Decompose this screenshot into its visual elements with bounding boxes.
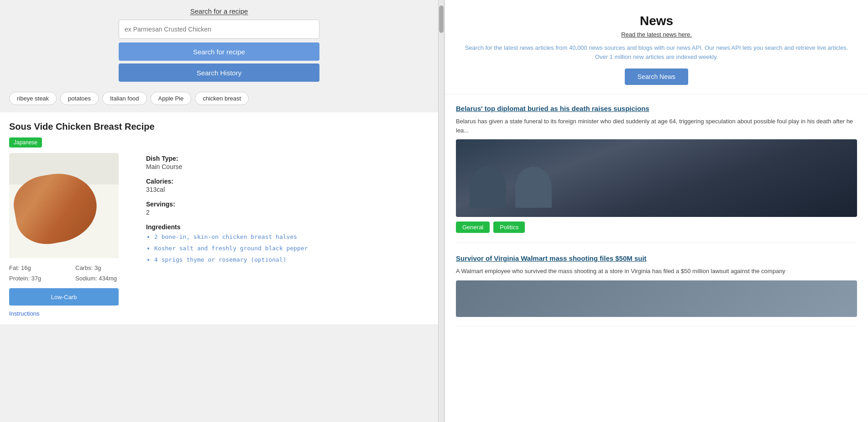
scroll-divider[interactable] <box>438 0 444 422</box>
tag-italian-food[interactable]: Italian food <box>102 92 147 105</box>
scroll-thumb[interactable] <box>439 5 444 33</box>
news-article-1: Belarus' top diplomat buried as his deat… <box>456 104 857 243</box>
article-2-excerpt: A Walmart employee who survived the mass… <box>456 267 857 276</box>
quick-tags-container: ribeye steak potatoes Italian food Apple… <box>0 87 438 112</box>
low-carb-button[interactable]: Low-Carb <box>9 288 119 306</box>
article-2-image <box>456 280 857 317</box>
tag-general[interactable]: General <box>456 222 490 233</box>
search-history-button[interactable]: Search History <box>119 63 319 82</box>
instructions-link[interactable]: Instructions <box>9 310 132 317</box>
recipe-title: Sous Vide Chicken Breast Recipe <box>9 121 429 132</box>
ingredients-label: Ingredients <box>146 223 429 231</box>
tag-apple-pie[interactable]: Apple Pie <box>151 92 192 105</box>
fat-value: Fat: 16g <box>9 264 66 271</box>
search-news-button[interactable]: Search News <box>625 69 688 85</box>
tag-chicken-breast[interactable]: chicken breast <box>195 92 249 105</box>
article-2-title[interactable]: Survivor of Virginia Walmart mass shooti… <box>456 253 857 263</box>
news-title: News <box>459 14 854 28</box>
right-panel: News Read the latest news here. Search f… <box>444 0 868 422</box>
news-subtitle: Read the latest news here. <box>459 31 854 38</box>
recipe-details: Dish Type: Main Course Calories: 313cal … <box>146 153 429 317</box>
news-description: Search for the latest news articles from… <box>459 43 854 61</box>
article-1-excerpt: Belarus has given a state funeral to its… <box>456 117 857 135</box>
sodium-value: Sodium: 434mg <box>75 275 132 282</box>
ingredients-section: Ingredients 2 bone-in, skin-on chicken b… <box>146 223 429 263</box>
tag-politics[interactable]: Politics <box>493 222 525 233</box>
nutrition-grid: Fat: 16g Carbs: 3g Protein: 37g Sodium: … <box>9 264 132 282</box>
search-recipe-button[interactable]: Search for recipe <box>119 42 319 61</box>
tag-ribeye-steak[interactable]: ribeye steak <box>9 92 57 105</box>
recipe-content: Fat: 16g Carbs: 3g Protein: 37g Sodium: … <box>9 153 429 317</box>
search-title: Search for a recipe <box>190 7 248 15</box>
ingredient-2: Kosher salt and freshly ground black pep… <box>154 245 429 252</box>
ingredient-1: 2 bone-in, skin-on chicken breast halves <box>154 233 429 240</box>
ingredient-3: 4 sprigs thyme or rosemary (optional) <box>154 256 429 263</box>
news-article-2: Survivor of Virginia Walmart mass shooti… <box>456 253 857 327</box>
recipe-image <box>9 153 119 258</box>
carbs-value: Carbs: 3g <box>75 264 132 271</box>
calories-section: Calories: 313cal <box>146 178 429 193</box>
servings-label: Servings: <box>146 200 429 208</box>
article-1-image <box>456 139 857 217</box>
calories-value: 313cal <box>146 186 429 193</box>
news-articles-container: Belarus' top diplomat buried as his deat… <box>445 95 868 347</box>
dish-type-section: Dish Type: Main Course <box>146 155 429 170</box>
recipe-search-input[interactable] <box>119 20 319 39</box>
search-section: Search for a recipe Search for recipe Se… <box>0 0 438 87</box>
servings-value: 2 <box>146 209 429 216</box>
tag-potatoes[interactable]: potatoes <box>60 92 99 105</box>
dish-type-label: Dish Type: <box>146 155 429 162</box>
calories-label: Calories: <box>146 178 429 185</box>
servings-section: Servings: 2 <box>146 200 429 216</box>
ingredients-list: 2 bone-in, skin-on chicken breast halves… <box>146 233 429 263</box>
article-1-tags: General Politics <box>456 222 857 233</box>
recipe-left-column: Fat: 16g Carbs: 3g Protein: 37g Sodium: … <box>9 153 132 317</box>
left-panel: Search for a recipe Search for recipe Se… <box>0 0 438 422</box>
recipe-card: Sous Vide Chicken Breast Recipe Japanese… <box>0 112 438 324</box>
article-1-title[interactable]: Belarus' top diplomat buried as his deat… <box>456 104 857 113</box>
news-header: News Read the latest news here. Search f… <box>445 0 868 95</box>
protein-value: Protein: 37g <box>9 275 66 282</box>
cuisine-badge: Japanese <box>9 137 42 148</box>
dish-type-value: Main Course <box>146 163 429 170</box>
